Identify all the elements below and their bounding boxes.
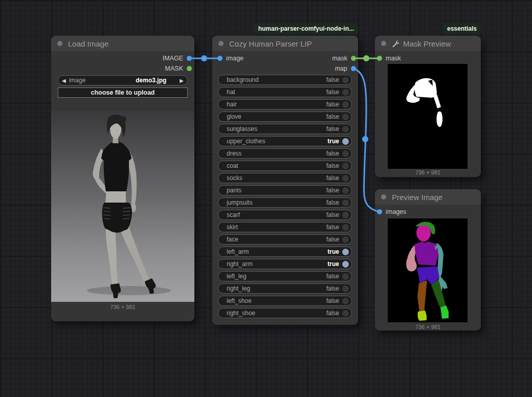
- output-dot-mask-icon[interactable]: [187, 66, 192, 71]
- toggle-row-right_arm[interactable]: right_armtrue: [218, 259, 352, 269]
- toggle-dot-icon[interactable]: [342, 212, 349, 218]
- input-slot-mask[interactable]: mask: [377, 53, 401, 63]
- toggle-dot-icon[interactable]: [342, 273, 349, 280]
- output-dot-mask-icon[interactable]: [351, 56, 356, 61]
- toggle-row-left_shoe[interactable]: left_shoefalse: [218, 296, 352, 306]
- node-preview-image[interactable]: Preview Image images: [375, 189, 481, 330]
- combo-label: image: [69, 77, 136, 84]
- node-badge-parser-source: human-parser-comfyui-node-in...: [254, 24, 358, 34]
- toggle-value: false: [326, 174, 339, 182]
- toggle-row-dress[interactable]: dressfalse: [218, 148, 352, 159]
- collapse-dot-icon[interactable]: [381, 194, 386, 200]
- toggle-dot-icon[interactable]: [342, 163, 349, 169]
- toggle-label: right_leg: [227, 285, 326, 292]
- output-slot-image[interactable]: IMAGE: [163, 53, 192, 63]
- toggle-row-socks[interactable]: socksfalse: [218, 173, 352, 183]
- toggle-row-left_arm[interactable]: left_armtrue: [218, 247, 352, 257]
- toggle-row-right_shoe[interactable]: right_shoefalse: [218, 308, 352, 318]
- toggle-dot-icon[interactable]: [342, 224, 349, 231]
- input-dot-mask-icon[interactable]: [377, 56, 382, 61]
- input-slot-label: images: [386, 208, 406, 215]
- toggle-value: false: [326, 162, 339, 169]
- toggle-row-right_leg[interactable]: right_legfalse: [218, 283, 352, 294]
- toggle-dot-icon[interactable]: [342, 285, 349, 292]
- toggle-dot-icon[interactable]: [342, 236, 349, 243]
- toggle-row-face[interactable]: facefalse: [218, 234, 352, 245]
- image-size-caption: 736 × 981: [375, 324, 481, 330]
- toggle-label: glove: [227, 113, 326, 120]
- toggle-dot-icon[interactable]: [342, 89, 349, 96]
- toggle-value: false: [326, 285, 339, 292]
- input-slot-image[interactable]: image: [217, 53, 243, 63]
- toggle-row-glove[interactable]: glovefalse: [218, 112, 352, 122]
- toggle-row-hair[interactable]: hairfalse: [218, 99, 352, 109]
- toggle-dot-icon[interactable]: [342, 249, 349, 255]
- output-dot-map-icon[interactable]: [351, 66, 356, 71]
- output-slot-mask[interactable]: MASK: [165, 63, 192, 74]
- mask-image-preview: [388, 64, 468, 169]
- toggle-value: true: [327, 248, 339, 255]
- toggle-dot-icon[interactable]: [342, 310, 349, 317]
- output-slot-mask[interactable]: mask: [332, 53, 356, 63]
- node-title-bar[interactable]: Mask Preview: [375, 36, 481, 51]
- choose-file-button[interactable]: choose file to upload: [58, 87, 188, 98]
- node-title: Preview Image: [392, 193, 442, 202]
- image-combo-widget[interactable]: ◀ image demo3.jpg ▶: [58, 75, 188, 85]
- input-dot-image-icon[interactable]: [217, 56, 223, 61]
- toggle-dot-icon[interactable]: [342, 187, 349, 194]
- toggle-value: false: [326, 101, 339, 108]
- toggle-label: scarf: [227, 211, 326, 218]
- toggle-dot-icon[interactable]: [342, 261, 349, 268]
- collapse-dot-icon[interactable]: [218, 41, 224, 46]
- toggle-row-sunglasses[interactable]: sunglassesfalse: [218, 124, 352, 134]
- input-slot-images[interactable]: images: [377, 207, 406, 217]
- toggle-row-scarf[interactable]: scarffalse: [218, 210, 352, 220]
- toggle-row-upper_clothes[interactable]: upper_clothestrue: [218, 136, 352, 146]
- link-midpoint-dot[interactable]: [363, 55, 369, 61]
- toggle-label: socks: [227, 174, 326, 182]
- toggle-dot-icon[interactable]: [342, 298, 349, 304]
- toggle-row-pants[interactable]: pantsfalse: [218, 185, 352, 195]
- toggle-dot-icon[interactable]: [342, 175, 349, 182]
- mask-graphic: [388, 64, 468, 169]
- graph-canvas[interactable]: human-parser-comfyui-node-in... essentia…: [0, 0, 532, 397]
- combo-prev-arrow-icon[interactable]: ◀: [62, 78, 66, 83]
- toggle-label: pants: [227, 187, 326, 194]
- toggle-row-coat[interactable]: coatfalse: [218, 161, 352, 171]
- toggle-label: left_shoe: [227, 297, 326, 304]
- toggle-value: true: [327, 138, 339, 145]
- toggle-row-background[interactable]: backgroundfalse: [218, 75, 352, 85]
- toggle-value: false: [326, 310, 339, 317]
- toggle-dot-icon[interactable]: [342, 126, 349, 133]
- link-midpoint-dot[interactable]: [201, 55, 207, 61]
- node-title-bar[interactable]: Load Image: [51, 36, 194, 51]
- toggle-dot-icon[interactable]: [342, 200, 349, 206]
- toggle-value: false: [326, 273, 339, 280]
- node-title-bar[interactable]: Preview Image: [375, 189, 481, 205]
- collapse-dot-icon[interactable]: [381, 41, 386, 46]
- toggle-label: upper_clothes: [227, 138, 327, 145]
- node-title-bar[interactable]: Cozy Human Parser LIP: [212, 36, 358, 51]
- node-mask-preview[interactable]: Mask Preview mask 736 × 981: [375, 36, 481, 177]
- collapse-dot-icon[interactable]: [57, 41, 62, 46]
- toggle-row-jumpsuits[interactable]: jumpsuitsfalse: [218, 197, 352, 208]
- toggle-row-hat[interactable]: hatfalse: [218, 87, 352, 97]
- input-dot-images-icon[interactable]: [377, 209, 382, 214]
- toggle-dot-icon[interactable]: [342, 114, 349, 120]
- toggle-dot-icon[interactable]: [342, 101, 349, 108]
- toggle-label: right_shoe: [227, 310, 326, 317]
- node-cozy-human-parser[interactable]: Cozy Human Parser LIP image mask map bac…: [212, 36, 358, 325]
- combo-next-arrow-icon[interactable]: ▶: [180, 78, 184, 83]
- combo-value: demo3.jpg: [136, 77, 166, 84]
- output-dot-image-icon[interactable]: [187, 56, 192, 61]
- link-midpoint-dot[interactable]: [362, 136, 368, 142]
- toggle-label: background: [227, 76, 326, 83]
- toggle-row-left_leg[interactable]: left_legfalse: [218, 271, 352, 281]
- input-slot-label: mask: [386, 55, 401, 62]
- toggle-row-skirt[interactable]: skirtfalse: [218, 222, 352, 232]
- toggle-dot-icon[interactable]: [342, 138, 349, 145]
- output-slot-map[interactable]: map: [335, 63, 356, 74]
- toggle-dot-icon[interactable]: [342, 77, 349, 83]
- node-load-image[interactable]: Load Image IMAGE MASK ◀ image demo3.jpg …: [51, 36, 194, 321]
- toggle-dot-icon[interactable]: [342, 150, 349, 157]
